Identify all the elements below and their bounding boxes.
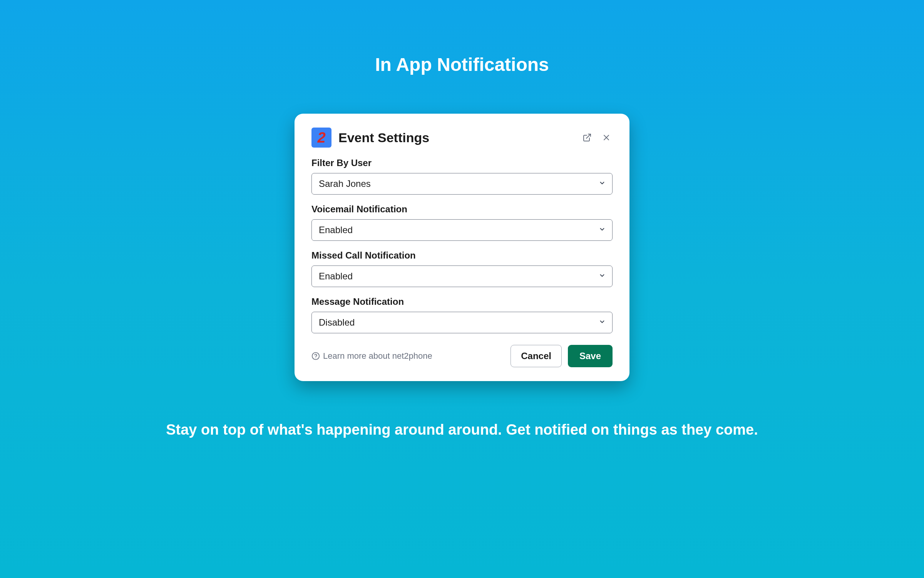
external-link-button[interactable] <box>581 131 593 144</box>
message-notification-select[interactable]: Disabled <box>311 312 613 333</box>
voicemail-notification-select-wrapper: Enabled <box>311 219 613 241</box>
filter-by-user-select[interactable]: Sarah Jones <box>311 173 613 195</box>
voicemail-notification-label: Voicemail Notification <box>311 204 613 215</box>
filter-by-user-field: Filter By User Sarah Jones <box>311 158 613 195</box>
event-settings-modal: 2 Event Settings Filter By User Sarah Jo <box>295 114 629 381</box>
missed-call-notification-label: Missed Call Notification <box>311 250 613 261</box>
button-group: Cancel Save <box>511 345 613 367</box>
svg-line-0 <box>586 134 591 138</box>
external-link-icon <box>583 133 592 142</box>
page-title: In App Notifications <box>375 54 549 75</box>
missed-call-notification-select[interactable]: Enabled <box>311 265 613 287</box>
missed-call-notification-select-wrapper: Enabled <box>311 265 613 287</box>
cancel-button[interactable]: Cancel <box>511 345 562 367</box>
app-logo-text: 2 <box>317 129 325 146</box>
help-icon <box>311 352 320 360</box>
close-button[interactable] <box>600 131 613 144</box>
voicemail-notification-field: Voicemail Notification Enabled <box>311 204 613 241</box>
message-notification-select-wrapper: Disabled <box>311 312 613 333</box>
message-notification-label: Message Notification <box>311 296 613 307</box>
help-link[interactable]: Learn more about net2phone <box>311 351 511 361</box>
modal-title: Event Settings <box>338 130 581 145</box>
header-actions <box>581 131 613 144</box>
save-button[interactable]: Save <box>568 345 613 367</box>
help-text: Learn more about net2phone <box>323 351 432 361</box>
message-notification-field: Message Notification Disabled <box>311 296 613 333</box>
modal-header: 2 Event Settings <box>311 128 613 148</box>
voicemail-notification-select[interactable]: Enabled <box>311 219 613 241</box>
filter-by-user-select-wrapper: Sarah Jones <box>311 173 613 195</box>
app-logo: 2 <box>311 128 331 148</box>
close-icon <box>602 133 611 142</box>
filter-by-user-label: Filter By User <box>311 158 613 168</box>
missed-call-notification-field: Missed Call Notification Enabled <box>311 250 613 287</box>
modal-footer: Learn more about net2phone Cancel Save <box>311 345 613 367</box>
page-subtitle: Stay on top of what's happening around a… <box>166 422 758 438</box>
